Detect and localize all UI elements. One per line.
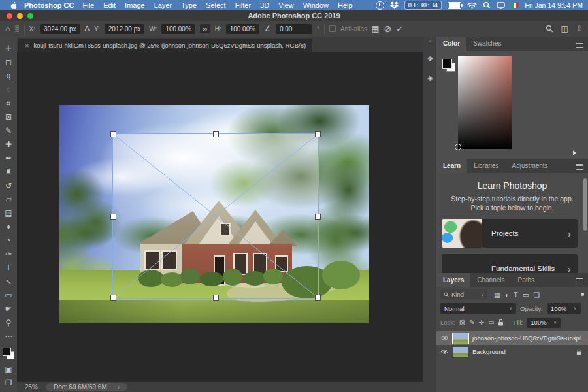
expand-panels-icon[interactable]: «	[429, 38, 432, 44]
layer-row[interactable]: johnson-johnson-U6Q6zVDgmSs-unsplash	[436, 331, 588, 345]
crop-tool[interactable]: ⌗	[0, 96, 17, 110]
tab-swatches[interactable]: Swatches	[466, 37, 508, 51]
transform-handle-bottom-middle[interactable]	[213, 295, 219, 301]
menu-bar-clock[interactable]: Fri Jan 14 9:54 PM	[525, 1, 583, 9]
menu-item-3d[interactable]: 3D	[255, 1, 274, 9]
menu-item-layer[interactable]: Layer	[150, 1, 177, 9]
workspace-switcher-icon[interactable]: ◫	[561, 24, 568, 33]
dodge-tool[interactable]: ◔	[0, 233, 17, 247]
menu-item-file[interactable]: File	[78, 1, 99, 9]
rectangular-marquee-tool[interactable]: ◻	[0, 55, 17, 69]
screen-record-timer[interactable]: 03:30:34	[404, 1, 442, 10]
color-panel-menu-icon[interactable]	[576, 42, 583, 48]
opacity-dropdown[interactable]: 100%∨	[547, 303, 581, 314]
menu-item-type[interactable]: Type	[176, 1, 201, 9]
hand-tool[interactable]: ☛	[0, 302, 17, 316]
menu-item-window[interactable]: Window	[299, 1, 333, 9]
menu-item-help[interactable]: Help	[333, 1, 357, 9]
tab-color[interactable]: Color	[436, 37, 466, 51]
learn-card-fundamental-skills[interactable]: Fundamental Skills›	[442, 254, 578, 273]
layer-thumbnail[interactable]	[453, 347, 468, 357]
pen-tool[interactable]: ✑	[0, 247, 17, 261]
gradient-tool[interactable]: ▤	[0, 206, 17, 220]
transform-handle-top-middle[interactable]	[213, 131, 219, 137]
screen-mode-icon[interactable]: ❐	[0, 376, 17, 389]
transform-handle-middle-left[interactable]	[110, 214, 116, 220]
lock-position-icon[interactable]: ✛	[479, 319, 484, 326]
menu-item-edit[interactable]: Edit	[99, 1, 120, 9]
menu-app-name[interactable]: Photoshop CC	[24, 1, 74, 9]
blur-tool[interactable]: ♦	[0, 220, 17, 233]
quick-selection-tool[interactable]: ◌	[0, 82, 17, 96]
display-icon[interactable]	[497, 2, 505, 9]
collapsed-panel-icon-2[interactable]: ◈	[427, 74, 433, 82]
close-document-icon[interactable]: ×	[25, 42, 29, 50]
maintain-aspect-ratio-icon[interactable]: ∞	[200, 24, 210, 33]
layer-row[interactable]: Background	[436, 345, 588, 359]
tab-libraries[interactable]: Libraries	[467, 159, 505, 173]
history-brush-tool[interactable]: ↺	[0, 178, 17, 192]
learn-panel-menu-icon[interactable]	[576, 164, 583, 170]
layer-thumbnail[interactable]	[453, 333, 468, 344]
tab-learn[interactable]: Learn	[436, 159, 467, 173]
share-image-icon[interactable]: ⇧	[576, 24, 583, 33]
filter-toggle-icon[interactable]	[581, 293, 584, 296]
tab-channels[interactable]: Channels	[470, 273, 511, 287]
move-tool[interactable]: ✛	[0, 41, 17, 55]
width-field[interactable]: 100.00%	[161, 24, 195, 34]
transform-handle-bottom-left[interactable]	[110, 295, 116, 301]
color-sampler-ring[interactable]	[455, 144, 461, 150]
layer-filter-kind-dropdown[interactable]: Kind ∨	[440, 289, 487, 299]
tab-layers[interactable]: Layers	[436, 273, 470, 287]
status-chevron-icon[interactable]: ›	[118, 384, 120, 391]
blend-mode-dropdown[interactable]: Normal∨	[440, 303, 516, 314]
zoom-tool[interactable]: ⚲	[0, 316, 17, 329]
tab-paths[interactable]: Paths	[512, 273, 542, 287]
eraser-tool[interactable]: ▱	[0, 192, 17, 206]
reference-point-icon[interactable]: ⣿	[14, 25, 19, 32]
transform-handle-top-right[interactable]	[315, 131, 321, 137]
anti-alias-checkbox[interactable]	[329, 25, 336, 32]
rectangle-tool[interactable]: ▭	[0, 288, 17, 302]
clone-stamp-tool[interactable]: ♜	[0, 165, 17, 178]
color-picker-gradient[interactable]	[458, 56, 512, 149]
path-selection-tool[interactable]: ↖	[0, 274, 17, 288]
foreground-background-colors[interactable]	[3, 348, 14, 359]
relative-position-icon[interactable]: ∆	[85, 25, 90, 33]
tab-adjustments[interactable]: Adjustments	[506, 159, 555, 173]
transform-handle-top-left[interactable]	[110, 131, 116, 137]
menu-extra-clock-icon[interactable]	[376, 1, 384, 10]
color-panel-fg-bg-chips[interactable]	[442, 59, 455, 72]
cancel-transform-icon[interactable]: ⊘	[384, 24, 391, 33]
fill-dropdown[interactable]: 100%∨	[527, 318, 561, 328]
photo-document[interactable]	[59, 105, 369, 323]
edit-toolbar-icon[interactable]: ⋯	[0, 329, 17, 343]
learn-scrollbar[interactable]	[583, 178, 587, 231]
search-icon[interactable]	[546, 25, 553, 33]
menu-item-view[interactable]: View	[274, 1, 299, 9]
filter-shape-layers-icon[interactable]: ▭	[523, 291, 529, 299]
dropbox-icon[interactable]	[390, 1, 399, 9]
menu-item-filter[interactable]: Filter	[231, 1, 255, 9]
brush-tool[interactable]: ✒	[0, 151, 17, 165]
frame-tool[interactable]: ⊠	[0, 110, 17, 123]
lock-all-icon[interactable]	[498, 319, 504, 326]
document-size-field[interactable]: Doc: 69.6M/69.6M ›	[46, 383, 127, 391]
rotation-field[interactable]: 0.00	[276, 24, 312, 34]
spotlight-search-icon[interactable]	[483, 1, 491, 9]
quick-mask-mode-icon[interactable]: ▣	[0, 362, 17, 376]
filter-adjustment-layers-icon[interactable]: ◐	[505, 291, 509, 299]
filter-type-layers-icon[interactable]: T	[514, 291, 517, 299]
zoom-level[interactable]: 25%	[25, 384, 38, 391]
filter-pixel-layers-icon[interactable]: ▦	[494, 291, 500, 299]
warp-mode-toggle-icon[interactable]: ▦	[372, 25, 379, 33]
layers-panel-menu-icon[interactable]	[576, 278, 583, 284]
lock-image-icon[interactable]: ✎	[469, 319, 474, 326]
wifi-icon[interactable]	[467, 2, 477, 9]
spot-healing-brush-tool[interactable]: ✚	[0, 137, 17, 151]
free-transform-bounding-box[interactable]	[112, 133, 319, 299]
input-source-flag-icon[interactable]	[511, 3, 519, 8]
lock-transparency-icon[interactable]: ▨	[459, 319, 465, 326]
type-tool[interactable]: T	[0, 261, 17, 274]
apple-menu-icon[interactable]	[10, 1, 18, 10]
